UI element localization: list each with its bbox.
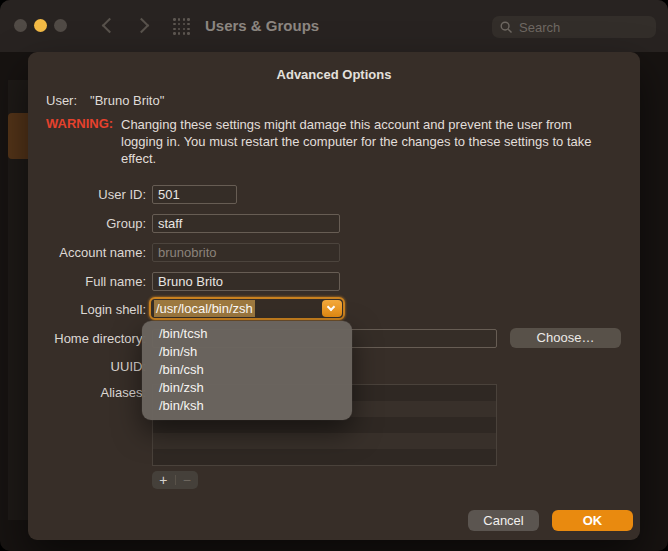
combo-disclosure-button[interactable]	[322, 300, 342, 317]
forward-icon[interactable]	[134, 18, 150, 34]
uuid-label: UUID:	[28, 357, 146, 376]
login-shell-dropdown: /bin/bash /bin/tcsh/bin/sh/bin/csh/bin/z…	[142, 321, 352, 420]
warning-text: Changing these settings might damage thi…	[121, 116, 599, 167]
user-label: User:	[46, 93, 77, 108]
title-bar: Users & Groups	[0, 0, 668, 52]
chevron-down-icon	[327, 303, 335, 311]
advanced-options-sheet: Advanced Options User:"Bruno Brito" WARN…	[28, 52, 640, 540]
minimize-button[interactable]	[34, 19, 47, 32]
alias-row[interactable]	[153, 433, 496, 449]
shell-option[interactable]: /bin/csh	[142, 361, 352, 379]
aliases-label: Aliases:	[28, 383, 146, 402]
user-value: "Bruno Brito"	[90, 93, 164, 108]
shell-option[interactable]: /bin/tcsh	[142, 325, 352, 343]
account-name-label: Account name:	[28, 243, 146, 262]
shell-option-list: /bin/tcsh/bin/sh/bin/csh/bin/zsh/bin/ksh	[142, 325, 352, 415]
background-selected-user-row	[8, 113, 28, 159]
zoom-button[interactable]	[54, 19, 67, 32]
alias-add-remove-group: + −	[152, 471, 198, 489]
search-field[interactable]	[492, 16, 656, 38]
group-label: Group:	[28, 214, 146, 233]
account-name-input	[152, 243, 340, 262]
login-shell-label: Login shell:	[28, 300, 146, 319]
search-input[interactable]	[519, 20, 629, 35]
alias-row[interactable]	[153, 449, 496, 465]
login-shell-combobox[interactable]: /usr/local/bin/zsh	[149, 297, 345, 320]
search-icon	[500, 21, 513, 34]
traffic-lights	[14, 19, 67, 32]
group-input[interactable]	[152, 214, 340, 233]
back-icon[interactable]	[102, 18, 118, 34]
full-name-label: Full name:	[28, 272, 146, 291]
show-all-grid-icon[interactable]	[172, 17, 191, 36]
choose-button[interactable]: Choose…	[510, 328, 621, 348]
cancel-button[interactable]: Cancel	[468, 510, 539, 531]
shell-option[interactable]: /bin/ksh	[142, 397, 352, 415]
full-name-input[interactable]	[152, 272, 340, 291]
users-groups-window: Users & Groups Advanced Options User:"Br…	[0, 0, 668, 551]
user-line: User:"Bruno Brito"	[46, 93, 164, 108]
sheet-title: Advanced Options	[28, 67, 640, 82]
home-directory-label: Home directory:	[28, 329, 146, 348]
shell-option[interactable]: /bin/zsh	[142, 379, 352, 397]
remove-alias-button[interactable]: −	[176, 472, 199, 489]
shell-option[interactable]: /bin/sh	[142, 343, 352, 361]
window-title: Users & Groups	[205, 17, 319, 34]
user-id-input[interactable]	[152, 185, 237, 204]
user-id-label: User ID:	[28, 185, 146, 204]
close-button[interactable]	[14, 19, 27, 32]
ok-button[interactable]: OK	[552, 510, 633, 531]
login-shell-value[interactable]: /usr/local/bin/zsh	[154, 300, 255, 317]
warning-label: WARNING:	[46, 116, 113, 131]
add-alias-button[interactable]: +	[152, 472, 175, 489]
